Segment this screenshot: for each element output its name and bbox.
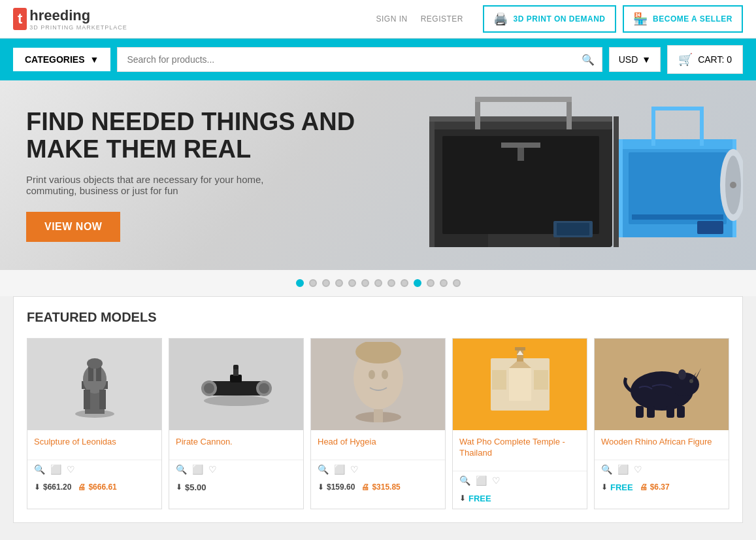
download-icon-5: ⬇ <box>601 482 608 492</box>
view-now-button[interactable]: VIEW NOW <box>26 212 120 242</box>
dot-5[interactable] <box>348 279 356 287</box>
download-price-5: ⬇ FREE <box>601 482 633 492</box>
product-name-4: Wat Pho Complete Temple - Thailand <box>459 437 580 459</box>
svg-point-33 <box>87 358 103 369</box>
product-image-5 <box>595 339 729 430</box>
svg-rect-64 <box>647 406 655 418</box>
zoom-icon-3[interactable]: 🔍 <box>318 464 329 475</box>
product-image-2 <box>169 339 303 430</box>
dot-1[interactable] <box>296 279 304 287</box>
product-prices-3: ⬇ $159.60 🖨 $315.85 <box>311 479 445 497</box>
zoom-icon-1[interactable]: 🔍 <box>34 464 45 475</box>
svg-rect-16 <box>629 152 727 224</box>
currency-selector[interactable]: USD ▼ <box>609 47 661 72</box>
featured-section: FEATURED MODELS Sculpture of Leonidas <box>13 296 743 523</box>
svg-point-30 <box>83 365 107 394</box>
logo-subtitle: 3D PRINTING MARKETPLACE <box>29 24 127 31</box>
register-link[interactable]: REGISTER <box>421 14 463 24</box>
product-prices-2: ⬇ $5.00 <box>169 479 303 498</box>
svg-rect-26 <box>697 221 723 234</box>
svg-rect-15 <box>619 139 736 149</box>
product-name-2: Pirate Cannon. <box>176 437 297 448</box>
view-icon-4[interactable]: ⬜ <box>476 475 487 486</box>
chevron-down-icon: ▼ <box>90 54 99 65</box>
search-wrap: 🔍 <box>117 47 602 72</box>
cart-button[interactable]: 🛒 CART: 0 <box>667 45 743 74</box>
product-actions-2: 🔍 ⬜ ♡ <box>169 460 303 479</box>
product-prices-1: ⬇ $661.20 🖨 $666.61 <box>27 479 161 497</box>
hero-subtitle: Print various objects that are necessary… <box>26 174 274 196</box>
product-card-2: Pirate Cannon. 🔍 ⬜ ♡ ⬇ $5.00 <box>169 338 304 509</box>
svg-rect-21 <box>651 107 704 110</box>
hero-banner: FIND NEEDED THINGS AND MAKE THEM REAL Pr… <box>0 80 756 270</box>
svg-rect-19 <box>651 107 655 146</box>
download-price-1: ⬇ $661.20 <box>34 482 71 492</box>
wishlist-icon-3[interactable]: ♡ <box>350 464 359 475</box>
download-price-4: ⬇ FREE <box>459 494 491 503</box>
svg-rect-3 <box>488 234 560 247</box>
print-icon-5: 🖨 <box>640 482 648 492</box>
dot-10[interactable] <box>414 279 421 287</box>
product-card-5: Wooden Rhino African Figure 🔍 ⬜ ♡ ⬇ FREE… <box>594 338 729 509</box>
wishlist-icon-2[interactable]: ♡ <box>208 464 217 475</box>
dot-3[interactable] <box>322 279 330 287</box>
dot-6[interactable] <box>361 279 369 287</box>
product-prices-5: ⬇ FREE 🖨 $6.37 <box>595 479 729 498</box>
zoom-icon-2[interactable]: 🔍 <box>176 464 187 475</box>
dot-9[interactable] <box>401 279 408 287</box>
svg-rect-34 <box>84 390 90 409</box>
svg-rect-10 <box>501 143 540 148</box>
print-icon: 🖨️ <box>493 12 508 26</box>
svg-point-68 <box>678 369 686 380</box>
dot-12[interactable] <box>440 279 448 287</box>
search-button[interactable]: 🔍 <box>574 47 602 72</box>
dot-4[interactable] <box>335 279 343 287</box>
product-card-1: Sculpture of Leonidas 🔍 ⬜ ♡ ⬇ $661.20 🖨 … <box>27 338 162 509</box>
dot-8[interactable] <box>387 279 395 287</box>
svg-rect-55 <box>515 347 525 350</box>
view-icon-1[interactable]: ⬜ <box>50 464 61 475</box>
dot-13[interactable] <box>453 279 461 287</box>
wishlist-icon-4[interactable]: ♡ <box>492 475 501 486</box>
svg-rect-20 <box>700 107 704 146</box>
product-info-1: Sculpture of Leonidas <box>27 430 161 460</box>
dot-11[interactable] <box>427 279 435 287</box>
svg-rect-57 <box>534 370 548 390</box>
view-icon-3[interactable]: ⬜ <box>334 464 345 475</box>
product-card-3: Head of Hygeia 🔍 ⬜ ♡ ⬇ $159.60 🖨 $315.85 <box>310 338 446 509</box>
hero-title: FIND NEEDED THINGS AND MAKE THEM REAL <box>26 109 355 163</box>
product-image-1 <box>27 339 161 430</box>
svg-rect-4 <box>429 116 435 247</box>
search-input[interactable] <box>117 47 602 72</box>
seller-icon: 🏪 <box>633 12 648 26</box>
svg-point-49 <box>382 370 388 379</box>
svg-point-48 <box>369 370 375 379</box>
product-actions-5: 🔍 ⬜ ♡ <box>595 460 729 479</box>
wishlist-icon-1[interactable]: ♡ <box>67 464 75 475</box>
featured-title: FEATURED MODELS <box>27 310 729 325</box>
hero-dots <box>0 270 756 296</box>
categories-button[interactable]: CATEGORIES ▼ <box>13 48 110 71</box>
wishlist-icon-5[interactable]: ♡ <box>634 464 642 475</box>
svg-rect-56 <box>492 370 506 390</box>
print-on-demand-button[interactable]: 🖨️ 3D PRINT ON DEMAND <box>483 5 616 33</box>
zoom-icon-5[interactable]: 🔍 <box>601 464 612 475</box>
print-icon-3: 🖨 <box>361 482 369 492</box>
view-icon-2[interactable]: ⬜ <box>192 464 203 475</box>
print-price-3: 🖨 $315.85 <box>361 482 400 492</box>
dot-7[interactable] <box>374 279 382 287</box>
cart-icon: 🛒 <box>678 52 693 67</box>
product-image-4 <box>453 339 587 430</box>
zoom-icon-4[interactable]: 🔍 <box>459 475 470 486</box>
sign-in-link[interactable]: SIGN IN <box>376 14 408 24</box>
logo: t hreeding 3D PRINTING MARKETPLACE <box>13 7 127 31</box>
become-seller-button[interactable]: 🏪 BECOME A SELLER <box>623 5 743 33</box>
download-icon-1: ⬇ <box>34 482 41 492</box>
svg-rect-6 <box>429 116 612 122</box>
svg-point-36 <box>204 396 269 406</box>
svg-rect-50 <box>374 409 383 422</box>
dot-2[interactable] <box>309 279 317 287</box>
svg-rect-65 <box>666 406 674 418</box>
svg-rect-9 <box>475 97 572 102</box>
view-icon-5[interactable]: ⬜ <box>617 464 629 475</box>
